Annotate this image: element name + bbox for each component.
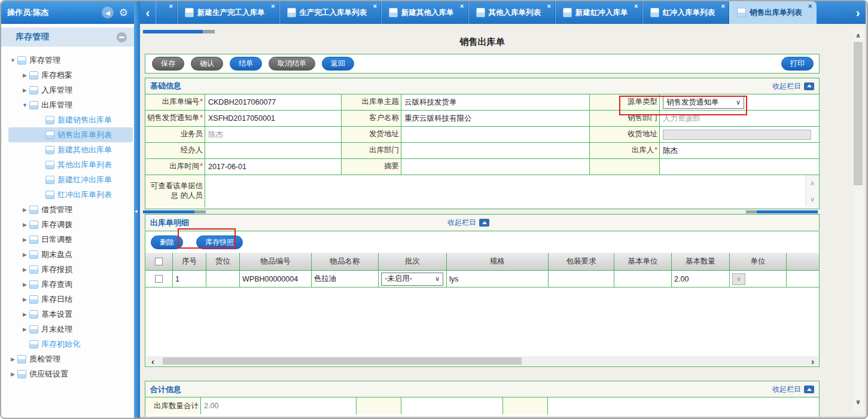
tree-arrow-collapsed-icon[interactable]: ▶ [22,72,28,78]
tab-scroll-left-icon[interactable]: ‹ [140,1,156,24]
tab-item[interactable]: 红冲入库单列表× [642,1,730,24]
tab-close-icon[interactable]: × [460,3,464,10]
spin-down-icon[interactable]: ∨ [806,191,819,207]
hscroll-left-icon[interactable]: ‹ [151,356,154,366]
vscroll-up-icon[interactable]: ∧ [853,32,863,39]
tree-arrow-expanded-icon[interactable]: ▼ [22,102,28,108]
toolbar-button[interactable]: 取消结单 [269,57,315,71]
tree-item[interactable]: ▶库存档案 [1,68,134,82]
basic-bottom-scrollbar-right[interactable] [746,210,818,213]
tree-item[interactable]: 新建红冲出库单 [1,172,134,187]
tree-item[interactable]: ▶基本设置 [1,307,134,322]
stock-snapshot-button[interactable]: 库存快照 [196,236,243,249]
hscroll-right-icon[interactable]: › [811,356,814,366]
tree-item[interactable]: ▶库存日结 [1,292,134,307]
source-type-select[interactable]: 销售发货通知单∨ [663,96,744,109]
tab-item[interactable]: 生产完工入库单列表× [279,1,382,24]
toolbar-button[interactable]: 返回 [322,57,354,71]
tab-item[interactable]: × [156,1,177,24]
hscroll-thumb[interactable] [163,357,522,365]
document-icon [650,8,659,17]
tree-item-label: 借货管理 [41,204,72,215]
cell-text: lys [449,275,458,283]
detail-hscrollbar[interactable]: ‹ › [146,356,818,366]
page-vscrollbar[interactable]: ∧ ∨ [853,30,863,413]
field-value: 销售发货通知单∨ [660,94,819,110]
tab-close-icon[interactable]: × [373,3,377,10]
document-icon [29,310,38,319]
select-all-checkbox[interactable] [155,258,163,265]
tree-item[interactable]: 新建其他出库单 [1,142,134,157]
detail-collapse[interactable]: 收起栏目 [447,215,489,231]
sidebar-splitter[interactable]: ◂ [134,1,140,418]
tree-item[interactable]: ▶质检管理 [1,351,134,366]
vscroll-thumb[interactable] [854,42,863,185]
tree-item[interactable]: ▶月末处理 [1,322,134,337]
print-button[interactable]: 打印 [781,57,814,71]
tree-arrow-collapsed-icon[interactable]: ▶ [22,237,28,243]
basic-info-row: 销售发货通知单*XSFHD2017050001客户名称重庆云版科技有限公销售部门… [145,111,819,127]
delete-button[interactable]: 删除 [151,236,183,249]
batch-select[interactable]: -未启用-∨ [381,273,443,286]
tree-item[interactable]: ▶库存调拨 [1,217,134,232]
tree-item[interactable]: ▼出库管理 [1,97,134,112]
back-icon[interactable]: ◀ [102,7,114,19]
tab-close-icon[interactable]: × [271,3,275,10]
tree-item[interactable]: 销售出库单列表 [1,127,134,142]
tree-item[interactable]: 其他出库单列表 [1,157,134,172]
tab-item[interactable]: 新建其他入库单× [381,1,468,24]
tab-scroll-right-icon[interactable]: › [850,1,866,24]
vscroll-down-icon[interactable]: ∨ [853,398,863,406]
tab-item[interactable]: 销售出库单列表× [729,1,817,24]
tab-item[interactable]: 其他入库单列表× [468,1,556,24]
basic-info-collapse[interactable]: 收起栏目 [772,78,814,94]
tree-item[interactable]: 库存初始化 [1,337,134,351]
tree-item[interactable]: ▶入库管理 [1,82,134,97]
tree-item-label: 库存管理 [29,55,60,66]
summary-collapse[interactable]: 收起栏目 [772,381,814,397]
basic-bottom-scrollbar-left[interactable] [143,210,206,213]
tree-item[interactable]: ▶期末盘点 [1,247,134,262]
tree-item[interactable]: 红冲出库单列表 [1,187,134,202]
tab-close-icon[interactable]: × [808,3,812,10]
tree-item[interactable]: ▶库存查询 [1,277,134,292]
top-scrollbar[interactable] [143,30,215,33]
tree-arrow-collapsed-icon[interactable]: ▶ [10,371,16,377]
tree-arrow-collapsed-icon[interactable]: ▶ [22,222,28,228]
tree-item[interactable]: 新建销售出库单 [1,112,134,127]
tree-arrow-collapsed-icon[interactable]: ▶ [22,267,28,273]
spin-up-icon[interactable]: ∧ [806,175,819,191]
tree-arrow-collapsed-icon[interactable]: ▶ [10,356,16,362]
tree-item[interactable]: ▶库存报损 [1,262,134,277]
tree-arrow-collapsed-icon[interactable]: ▶ [22,252,28,258]
tree-arrow-collapsed-icon[interactable]: ▶ [22,282,28,288]
tree-arrow-collapsed-icon[interactable]: ▶ [22,311,28,317]
collapse-panel-icon[interactable] [117,32,127,42]
tree-arrow-collapsed-icon[interactable]: ▶ [22,326,28,332]
tree-arrow-collapsed-icon[interactable]: ▶ [22,87,28,93]
tree-arrow-expanded-icon[interactable]: ▼ [10,57,16,63]
splitter-collapse-icon[interactable]: ◂ [135,208,138,214]
tab-close-icon[interactable]: × [169,3,173,10]
tab-item[interactable]: 新建红冲入库单× [555,1,642,24]
gear-icon[interactable]: ⚙ [119,7,128,19]
basic-info-row: 经办人出库部门出库人*陈杰 [145,143,819,159]
tree-item[interactable]: ▶供应链设置 [1,366,134,381]
toolbar-button[interactable]: 结单 [230,57,262,71]
tree-item[interactable]: ▼库存管理 [1,53,134,68]
tree-arrow-collapsed-icon[interactable]: ▶ [22,296,28,302]
main-content: 销售出库单 保存确认结单取消结单返回 打印 基础信息 收起栏目 出库单编号*CK… [140,24,866,417]
tab-close-icon[interactable]: × [547,3,551,10]
tree-item[interactable]: ▶日常调整 [1,232,134,247]
tab-label: 其他入库单列表 [489,8,541,18]
tab-close-icon[interactable]: × [634,3,638,10]
row-checkbox[interactable] [155,275,163,283]
save-button[interactable]: 保存 [152,57,184,71]
tree-arrow-collapsed-icon[interactable]: ▶ [22,207,28,213]
field-label-text: 出库部门 [369,146,399,155]
toolbar-button[interactable]: 确认 [191,57,223,71]
tab-close-icon[interactable]: × [721,3,725,10]
tab-item[interactable]: 新建生产完工入库单× [177,1,279,24]
tree-item[interactable]: ▶借货管理 [1,202,134,217]
unit-select-disabled[interactable]: ∨ [732,273,745,285]
